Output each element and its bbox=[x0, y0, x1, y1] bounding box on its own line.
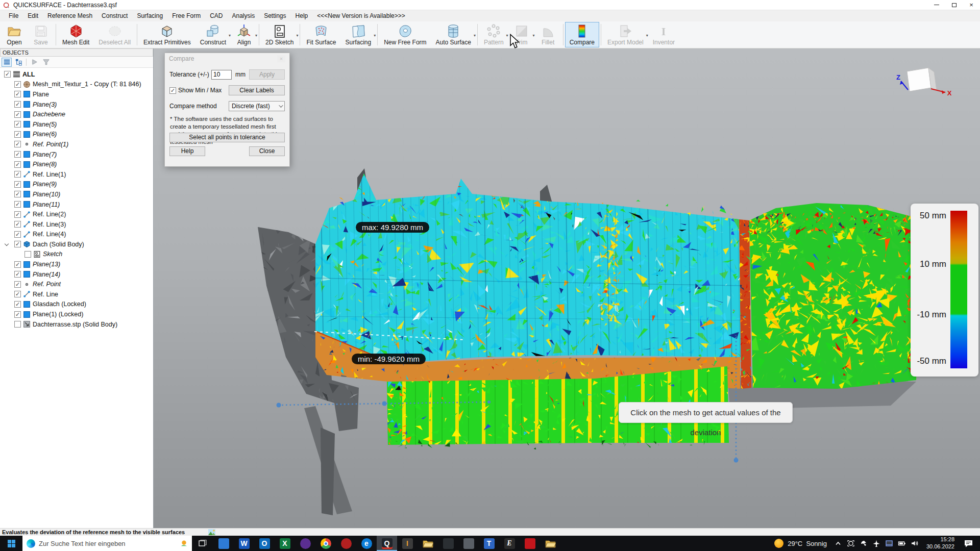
menu-help[interactable]: Help bbox=[291, 10, 313, 21]
tree-item-plane-6[interactable]: ✓Plane(6) bbox=[0, 130, 153, 140]
toolbar-button-auto-surface[interactable]: Auto Surface▾ bbox=[431, 22, 476, 47]
battery-icon[interactable] bbox=[896, 536, 909, 551]
toolbar-button-compare[interactable]: Compare bbox=[565, 22, 599, 47]
list-view-button[interactable] bbox=[2, 58, 12, 67]
visibility-checkbox[interactable]: ✓ bbox=[4, 71, 11, 78]
tree-item-all[interactable]: ✓ALL bbox=[0, 69, 153, 80]
tree-item-mesh-mit-textur-1-copy-t-81-846[interactable]: ✓Mesh_mit_Textur_1 - Copy (T: 81 846) bbox=[0, 80, 153, 90]
toolbar-button-align[interactable]: Align▾ bbox=[231, 22, 257, 47]
chevron-up-icon[interactable] bbox=[832, 536, 845, 551]
touchpad-icon[interactable] bbox=[883, 536, 896, 551]
dropdown-arrow-icon[interactable]: ▾ bbox=[255, 33, 257, 38]
visibility-checkbox[interactable]: ✓ bbox=[14, 311, 21, 318]
visibility-checkbox[interactable]: ✓ bbox=[14, 231, 21, 238]
satellite-icon[interactable] bbox=[857, 536, 870, 551]
visibility-checkbox[interactable]: ✓ bbox=[14, 201, 21, 208]
airplane-icon[interactable] bbox=[870, 536, 883, 551]
start-button[interactable] bbox=[0, 536, 22, 551]
expander-chevron-icon[interactable] bbox=[5, 242, 9, 246]
tree-item-ref-line-2[interactable]: ✓Ref. Line(2) bbox=[0, 209, 153, 219]
tree-item-plane-11[interactable]: ✓Plane(11) bbox=[0, 199, 153, 210]
taskbar-app-adobe-red[interactable] bbox=[520, 536, 540, 551]
tree-view-button[interactable] bbox=[13, 58, 23, 67]
visibility-checkbox[interactable]: ✓ bbox=[14, 301, 21, 308]
visibility-checkbox[interactable]: ✓ bbox=[14, 241, 21, 247]
tree-item-plane-3[interactable]: ✓Plane(3) bbox=[0, 99, 153, 110]
visibility-checkbox[interactable]: ✓ bbox=[14, 91, 21, 97]
tree-item-glasdach-locked[interactable]: ✓Glasdach (Locked) bbox=[0, 299, 153, 310]
dropdown-arrow-icon[interactable]: ▾ bbox=[296, 33, 298, 38]
taskbar-app-phone-app[interactable] bbox=[458, 536, 479, 551]
taskbar-app-e-serif-app[interactable]: E bbox=[499, 536, 520, 551]
taskbar-app-outlook[interactable]: O bbox=[254, 536, 275, 551]
taskbar-app-file-explorer[interactable] bbox=[418, 536, 438, 551]
toolbar-button-construct[interactable]: Construct▾ bbox=[195, 22, 231, 47]
toolbar-button-mesh-edit[interactable]: Mesh Edit bbox=[58, 22, 94, 47]
taskbar-app-opera[interactable] bbox=[336, 536, 356, 551]
menu-settings[interactable]: Settings bbox=[259, 10, 290, 21]
toolbar-button-2d-sketch[interactable]: 2D Sketch▾ bbox=[261, 22, 298, 47]
taskbar-app-chrome[interactable] bbox=[315, 536, 336, 551]
tree-item-plane-5[interactable]: ✓Plane(5) bbox=[0, 119, 153, 130]
minimize-button[interactable] bbox=[928, 0, 945, 10]
tree-item-plane-9[interactable]: ✓Plane(9) bbox=[0, 180, 153, 190]
dropdown-arrow-icon[interactable]: ▾ bbox=[374, 33, 376, 38]
toolbar-button-surfacing[interactable]: Surfacing▾ bbox=[341, 22, 376, 47]
select-all-points-button[interactable]: Select all points in tolerance bbox=[169, 133, 285, 142]
visibility-checkbox[interactable]: ✓ bbox=[14, 191, 21, 197]
visibility-checkbox[interactable]: ✓ bbox=[14, 101, 21, 108]
toolbar-button-new-free-form[interactable]: New Free Form bbox=[379, 22, 431, 47]
tree-item-ref-point[interactable]: ✓Ref. Point bbox=[0, 279, 153, 289]
clock[interactable]: 15:28 30.06.2022 bbox=[921, 536, 959, 550]
visibility-checkbox[interactable]: ✓ bbox=[14, 111, 21, 118]
tree-item-dach-solid-body[interactable]: ✓Dach (Solid Body) bbox=[0, 239, 153, 249]
tree-item-ref-line[interactable]: ✓Ref. Line bbox=[0, 289, 153, 299]
menu-surfacing[interactable]: Surfacing bbox=[132, 10, 167, 21]
visibility-checkbox[interactable]: ✓ bbox=[14, 171, 21, 178]
visibility-checkbox[interactable]: ✓ bbox=[14, 81, 21, 88]
tolerance-input[interactable] bbox=[211, 70, 232, 80]
menu-edit[interactable]: Edit bbox=[23, 10, 43, 21]
visibility-checkbox[interactable]: ✓ bbox=[14, 181, 21, 188]
visibility-checkbox[interactable] bbox=[24, 251, 31, 258]
visibility-checkbox[interactable] bbox=[14, 321, 21, 328]
visibility-checkbox[interactable]: ✓ bbox=[14, 131, 21, 138]
visibility-checkbox[interactable]: ✓ bbox=[14, 161, 21, 168]
menu-cad[interactable]: CAD bbox=[205, 10, 227, 21]
taskbar-app-files-app[interactable] bbox=[540, 536, 560, 551]
visibility-checkbox[interactable]: ✓ bbox=[14, 221, 21, 228]
help-button[interactable]: Help bbox=[169, 146, 205, 156]
notification-center-button[interactable] bbox=[959, 540, 978, 547]
visibility-checkbox[interactable]: ✓ bbox=[14, 271, 21, 278]
dropdown-arrow-icon[interactable]: ▾ bbox=[474, 33, 476, 38]
tree-item-plane-1-locked[interactable]: ✓Plane(1) (Locked) bbox=[0, 309, 153, 319]
menu-analysis[interactable]: Analysis bbox=[228, 10, 260, 21]
clear-labels-button[interactable]: Clear Labels bbox=[229, 85, 285, 95]
weather-widget[interactable]: 29°C Sonnig bbox=[769, 539, 832, 548]
tree-item-ref-point-1[interactable]: ✓Ref. Point(1) bbox=[0, 139, 153, 149]
menu-file[interactable]: File bbox=[4, 10, 23, 21]
tree-item-sketch[interactable]: Sketch bbox=[0, 249, 153, 260]
visibility-checkbox[interactable]: ✓ bbox=[14, 211, 21, 218]
taskbar-app-dark-app[interactable] bbox=[438, 536, 458, 551]
tree-item-ref-line-4[interactable]: ✓Ref. Line(4) bbox=[0, 230, 153, 240]
dialog-close-button[interactable]: Close bbox=[249, 146, 285, 156]
show-minmax-checkbox[interactable]: ✓ bbox=[169, 87, 176, 94]
tree-item-ref-line-3[interactable]: ✓Ref. Line(3) bbox=[0, 219, 153, 230]
menu-construct[interactable]: Construct bbox=[97, 10, 132, 21]
visibility-checkbox[interactable]: ✓ bbox=[14, 121, 21, 128]
tree-item-ref-line-1[interactable]: ✓Ref. Line(1) bbox=[0, 169, 153, 180]
menu-reference-mesh[interactable]: Reference Mesh bbox=[43, 10, 97, 21]
visibility-checkbox[interactable]: ✓ bbox=[14, 261, 21, 268]
toolbar-button-extract-primitives[interactable]: Extract Primitives bbox=[139, 22, 195, 47]
tree-item-dachebene[interactable]: ✓Dachebene bbox=[0, 109, 153, 119]
taskbar-app-teams[interactable]: T bbox=[479, 536, 499, 551]
taskbar-app-word[interactable]: W bbox=[234, 536, 254, 551]
visibility-checkbox[interactable]: ✓ bbox=[14, 151, 21, 158]
maximize-button[interactable] bbox=[945, 0, 963, 10]
taskbar-app-edge[interactable]: e bbox=[356, 536, 377, 551]
menu-free-form[interactable]: Free Form bbox=[167, 10, 205, 21]
tree-item-plane-8[interactable]: ✓Plane(8) bbox=[0, 159, 153, 169]
tree-item-plane-14[interactable]: ✓Plane(14) bbox=[0, 269, 153, 280]
tree-item-plane-13[interactable]: ✓Plane(13) bbox=[0, 259, 153, 269]
